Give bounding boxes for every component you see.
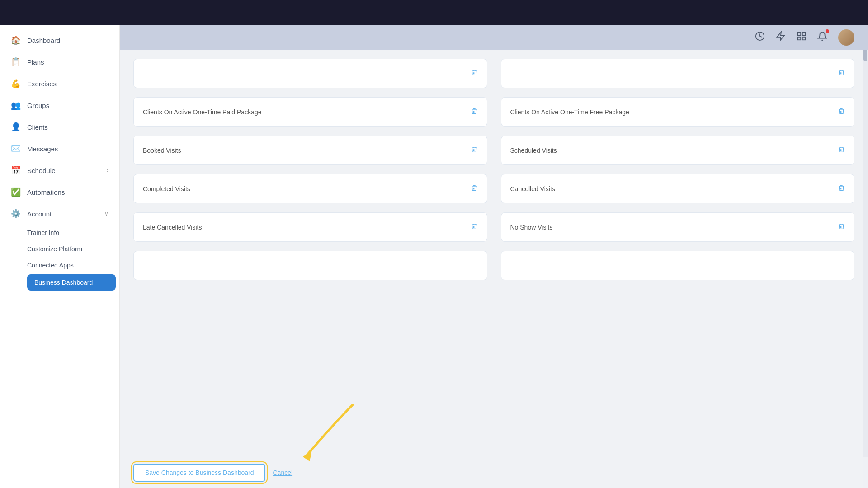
card-row-0-left — [133, 59, 487, 88]
chevron-down-icon: ∨ — [104, 211, 108, 217]
svg-rect-4 — [798, 37, 801, 40]
trash-icon-1-left[interactable] — [471, 108, 478, 117]
lightning-icon[interactable] — [776, 31, 786, 43]
card-row-5-right — [501, 251, 855, 280]
user-avatar[interactable] — [838, 29, 854, 46]
metric-card-scheduled-visits: Scheduled Visits — [501, 136, 855, 165]
sidebar-label-automations: Automations — [27, 188, 65, 196]
sidebar-item-plans[interactable]: 📋 Plans — [0, 51, 119, 73]
save-business-dashboard-button[interactable]: Save Changes to Business Dashboard — [133, 464, 265, 482]
sidebar-label-dashboard: Dashboard — [27, 37, 60, 44]
trash-icon-4-right[interactable] — [838, 223, 845, 232]
svg-marker-1 — [777, 32, 785, 40]
grid-icon[interactable] — [797, 31, 807, 43]
card-row-2-left: Booked Visits — [133, 136, 487, 165]
metric-card-completed-visits: Completed Visits — [133, 174, 487, 203]
sidebar-label-plans: Plans — [27, 58, 44, 66]
cards-grid-4: Late Cancelled Visits No Show Visits — [133, 212, 854, 251]
automations-icon: ✅ — [11, 187, 21, 197]
card-row-3-right: Cancelled Visits — [501, 174, 855, 203]
metric-card-placeholder-right — [501, 59, 855, 88]
trash-icon-2-right[interactable] — [838, 146, 845, 155]
sidebar-label-account: Account — [27, 210, 52, 218]
sidebar-label-schedule: Schedule — [27, 167, 56, 174]
svg-rect-5 — [802, 37, 805, 40]
action-bar: Save Changes to Business Dashboard Cance… — [120, 457, 868, 488]
card-row-1-left: Clients On Active One-Time Paid Package — [133, 97, 487, 127]
card-row-0-right — [501, 59, 855, 88]
metric-card-empty-left — [133, 251, 487, 280]
trash-icon-1-right[interactable] — [838, 108, 845, 117]
sidebar-item-clients[interactable]: 👤 Clients — [0, 116, 119, 138]
cancel-link[interactable]: Cancel — [273, 469, 292, 476]
groups-icon: 👥 — [11, 100, 21, 110]
notification-badge — [826, 29, 829, 33]
trash-icon-2-left[interactable] — [471, 146, 478, 155]
sidebar-item-messages[interactable]: ✉️ Messages — [0, 138, 119, 160]
cards-grid-3: Completed Visits Cancelled Visits — [133, 174, 854, 212]
account-submenu: Trainer Info Customize Platform Connecte… — [0, 225, 119, 291]
sidebar-item-automations[interactable]: ✅ Automations — [0, 181, 119, 203]
clients-icon: 👤 — [11, 122, 21, 132]
metric-card-late-cancelled: Late Cancelled Visits — [133, 212, 487, 242]
sidebar-label-clients: Clients — [27, 123, 48, 131]
svg-rect-2 — [798, 33, 801, 35]
messages-icon: ✉️ — [11, 144, 21, 154]
card-row-4-left: Late Cancelled Visits — [133, 212, 487, 242]
sidebar-label-exercises: Exercises — [27, 80, 57, 88]
scrollbar[interactable] — [863, 25, 868, 488]
bell-icon[interactable] — [817, 31, 827, 43]
clock-icon[interactable] — [755, 31, 765, 43]
sidebar-item-connected-apps[interactable]: Connected Apps — [27, 257, 119, 273]
trash-icon-4-left[interactable] — [471, 223, 478, 232]
trash-icon-3-right[interactable] — [838, 184, 845, 193]
main-content: Clients On Active One-Time Paid Package … — [120, 25, 868, 488]
metric-card-empty-right — [501, 251, 855, 280]
sidebar-label-groups: Groups — [27, 102, 49, 109]
sidebar: 🏠 Dashboard 📋 Plans 💪 Exercises 👥 Groups… — [0, 25, 120, 488]
sidebar-item-trainer-info[interactable]: Trainer Info — [27, 225, 119, 241]
plans-icon: 📋 — [11, 57, 21, 67]
card-row-1-right: Clients On Active One-Time Free Package — [501, 97, 855, 127]
schedule-icon: 📅 — [11, 165, 21, 175]
card-row-4-right: No Show Visits — [501, 212, 855, 242]
sidebar-item-schedule[interactable]: 📅 Schedule › — [0, 160, 119, 181]
sidebar-item-account[interactable]: ⚙️ Account ∨ — [0, 203, 119, 225]
card-row-2-right: Scheduled Visits — [501, 136, 855, 165]
metric-card-paid-package: Clients On Active One-Time Paid Package — [133, 97, 487, 127]
sidebar-item-business-dashboard[interactable]: Business Dashboard — [27, 274, 116, 291]
top-bar — [0, 0, 868, 25]
top-header — [120, 25, 868, 50]
home-icon: 🏠 — [11, 35, 21, 45]
cards-grid-1: Clients On Active One-Time Paid Package … — [133, 97, 854, 136]
exercises-icon: 💪 — [11, 79, 21, 89]
trash-icon-0-right[interactable] — [838, 69, 845, 78]
account-icon: ⚙️ — [11, 209, 21, 219]
trash-icon-3-left[interactable] — [471, 184, 478, 193]
sidebar-label-messages: Messages — [27, 145, 58, 153]
metric-card-cancelled-visits: Cancelled Visits — [501, 174, 855, 203]
card-row-5-left — [133, 251, 487, 280]
metric-card-booked-visits: Booked Visits — [133, 136, 487, 165]
sidebar-item-exercises[interactable]: 💪 Exercises — [0, 73, 119, 94]
chevron-right-icon: › — [107, 167, 108, 174]
sidebar-item-dashboard[interactable]: 🏠 Dashboard — [0, 29, 119, 51]
metric-card-no-show: No Show Visits — [501, 212, 855, 242]
sidebar-item-groups[interactable]: 👥 Groups — [0, 94, 119, 116]
cards-grid-2: Booked Visits Scheduled Visits — [133, 136, 854, 174]
sidebar-item-customize-platform[interactable]: Customize Platform — [27, 241, 119, 257]
cards-grid-top — [133, 59, 854, 97]
cards-grid-5 — [133, 251, 854, 289]
svg-rect-3 — [802, 33, 805, 35]
card-row-3-left: Completed Visits — [133, 174, 487, 203]
metric-card-placeholder-left — [133, 59, 487, 88]
content-area: Clients On Active One-Time Paid Package … — [120, 50, 868, 334]
trash-icon-0-left[interactable] — [471, 69, 478, 78]
metric-card-free-package: Clients On Active One-Time Free Package — [501, 97, 855, 127]
